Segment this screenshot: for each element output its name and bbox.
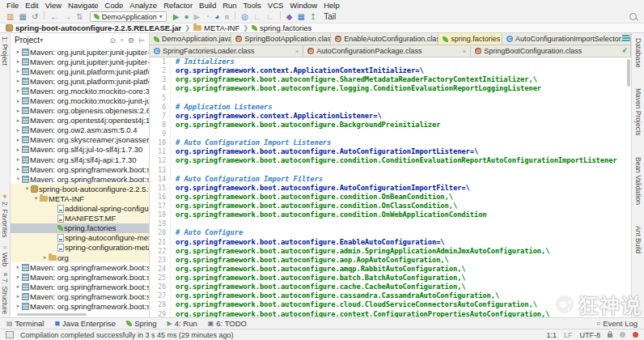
run-configuration-select[interactable]: DemoApplication ▾ [90,11,167,22]
tree-item[interactable]: ▸Maven: org.springframework.boot:spring- [11,164,149,174]
tree-item[interactable]: ▸Maven: org.springframework.boot:spring- [11,262,149,272]
collapsed-arrow-icon[interactable]: ▸ [15,156,22,163]
readonly-lock-icon[interactable] [608,334,612,338]
collapsed-arrow-icon[interactable]: ▸ [15,58,22,65]
search-everywhere-icon[interactable]: ◎ [241,11,248,22]
tool-strip-button-bean-validation[interactable]: Bean Validation [634,157,642,205]
tree-item[interactable]: ▸Maven: org.springframework.boot:spring- [11,291,149,301]
menu-item-tools[interactable]: Tools [240,1,265,10]
run-coverage-icon[interactable]: ▶ [194,11,201,22]
tree-item[interactable]: ▸Maven: org.ow2.asm:asm:5.0.4 [11,125,149,135]
close-icon[interactable]: × [463,48,467,55]
tool-button-java-enterprise[interactable]: ◼Java Enterprise [54,319,116,328]
editor-tab-springfactoriesloader-class[interactable]: CSpringFactoriesLoader.class× [150,45,303,57]
menu-item-refactor[interactable]: Refactor [160,1,196,10]
tool-strip-button-2-favorites[interactable]: ★2: Favorites [1,193,9,237]
line-separator[interactable]: LF [564,331,573,339]
collapse-all-icon[interactable]: ÷ [120,36,124,45]
tree-item[interactable]: MANIFEST.MF [11,214,149,223]
tree-item[interactable]: ▸Maven: org.junit.jupiter:junit-jupiter-… [11,47,149,57]
expanded-arrow-icon[interactable]: ▾ [32,195,40,202]
tree-item[interactable]: ▾Maven: org.springframework.boot:spring- [11,174,149,184]
close-icon[interactable]: × [295,48,299,55]
tree-item[interactable]: ▸Maven: org.junit.jupiter:junit-jupiter-… [11,57,149,66]
tree-item[interactable]: ▸Maven: org.springframework.boot:spring- [11,282,149,291]
toolwindow-switcher-icon[interactable] [6,331,14,338]
tree-item[interactable]: ▾META-INF [11,193,149,203]
tabs-list-icon[interactable] [622,35,629,42]
menu-item-analyze[interactable]: Analyze [126,1,160,10]
tool-strip-button-maven-projects[interactable]: Maven Projects [634,88,642,136]
tool-strip-button-web[interactable]: ○Web [1,244,9,266]
collapsed-arrow-icon[interactable]: ▸ [15,78,22,84]
collapsed-arrow-icon[interactable]: ▸ [15,117,22,124]
scroll-to-source-icon[interactable]: ⇅ [76,11,83,22]
collapsed-arrow-icon[interactable]: ▸ [15,166,22,172]
tool-strip-button-database[interactable]: Database [634,38,642,67]
tree-item[interactable]: additional-spring-configuratio [11,204,149,214]
save-all-icon[interactable]: ▦ [19,11,26,22]
editor-tab-autoconfigurationpackage-class[interactable]: @AutoConfigurationPackage.class× [303,45,471,57]
hide-panel-icon[interactable]: ⊢ [138,36,145,45]
collapsed-arrow-icon[interactable]: ▸ [15,293,22,300]
tool-window-icon-2[interactable]: ∟ [266,11,274,22]
collapsed-arrow-icon[interactable]: ▸ [15,68,22,74]
horizontal-scrollbar[interactable] [17,313,87,316]
menu-item-file[interactable]: File [3,1,22,10]
tree-item[interactable]: ▸Maven: org.opentest4j:opentest4j:1.2.0 [11,116,149,125]
editor-tab-enableautoconfiguration-class[interactable]: @EnableAutoConfiguration.class× [331,33,439,45]
collapsed-arrow-icon[interactable]: ▸ [15,98,22,104]
breadcrumb-item[interactable]: spring-boot-autoconfigure-2.2.5.RELEASE.… [4,23,183,32]
inspections-ok-icon[interactable]: ✔ [621,46,628,54]
collapsed-arrow-icon[interactable]: ▸ [15,264,22,270]
collapsed-arrow-icon[interactable]: ▸ [15,127,22,134]
tree-item[interactable]: ▸Maven: org.objenesis:objenesis:2.6 [11,106,149,116]
tree-item[interactable]: ▸org [11,253,149,262]
menu-item-code[interactable]: Code [102,1,127,10]
forward-icon[interactable]: → [63,11,71,22]
tool-button-6-todo[interactable]: ▣6: TODO [208,319,247,328]
tree-item[interactable]: ▸Maven: org.junit.platform:junit-platfor… [11,76,149,86]
collapsed-arrow-icon[interactable]: ▸ [41,254,49,261]
stop-icon[interactable]: ■ [224,11,229,22]
breadcrumb-item[interactable]: META-INF [192,23,241,32]
menu-item-window[interactable]: Window [286,1,320,10]
settings-icon[interactable]: ⚙ [128,36,134,45]
expanded-arrow-icon[interactable]: ▾ [15,176,22,182]
run-anything-icon[interactable]: ◕ [214,11,219,22]
tree-item[interactable]: ▸Maven: org.skyscreamer:jsonassert:1.5.0 [11,135,149,145]
file-encoding[interactable]: UTF-8 [580,331,601,339]
deploy-icon[interactable]: ↥ [310,11,316,22]
tool-strip-button-1-project[interactable]: 1: Project [1,36,9,66]
menu-item-vcs[interactable]: VCS [265,1,287,10]
vertical-scrollbar[interactable] [627,59,630,87]
chevron-down-icon[interactable]: ▾ [40,36,43,44]
collapsed-arrow-icon[interactable]: ▸ [15,137,22,143]
tree-item[interactable]: spring-configuration-metadat [11,243,149,253]
editor-tab-springbootapplication-class[interactable]: @SpringBootApplication.class× [231,33,331,45]
menu-item-view[interactable]: View [42,1,65,10]
menu-item-edit[interactable]: Edit [22,1,41,10]
project-panel-title[interactable]: Project [15,36,40,45]
tree-item[interactable]: ▸Maven: org.mockito:mockito-junit-jupite… [11,96,149,105]
tool-window-icon-1[interactable]: ∟ [253,11,261,22]
debug-icon[interactable]: ● [184,11,189,22]
locate-icon[interactable]: ⊙ [110,36,117,45]
tree-item[interactable]: spring.factories [11,223,149,233]
tree-item[interactable]: spring-autoconfigure-metadat [11,233,149,243]
editor-tab-springbootconfiguration-class[interactable]: @SpringBootConfiguration.class× [471,45,631,57]
tool-button-4-run[interactable]: ▶4: Run [167,319,197,328]
caret-position[interactable]: 1:1 [546,331,557,339]
event-log-button[interactable]: ○ Event Log [596,319,638,328]
tree-item[interactable]: ▸Maven: org.slf4j:slf4j-api:1.7.30 [11,155,149,164]
back-icon[interactable]: ← [50,11,58,22]
layout-icon[interactable]: ▦ [297,11,304,22]
open-folder-icon[interactable]: ▥ [6,11,14,22]
code-inspect-icon[interactable]: ◆ [286,11,293,22]
expanded-arrow-icon[interactable]: ▾ [23,185,31,192]
collapsed-arrow-icon[interactable]: ▸ [15,108,22,114]
inspection-profile-icon[interactable] [620,332,625,338]
collapsed-arrow-icon[interactable]: ▸ [15,87,22,94]
tree-item[interactable]: ▸Maven: org.springframework.boot:spring- [11,272,149,282]
tool-button-terminal[interactable]: ▤Terminal [6,319,44,328]
